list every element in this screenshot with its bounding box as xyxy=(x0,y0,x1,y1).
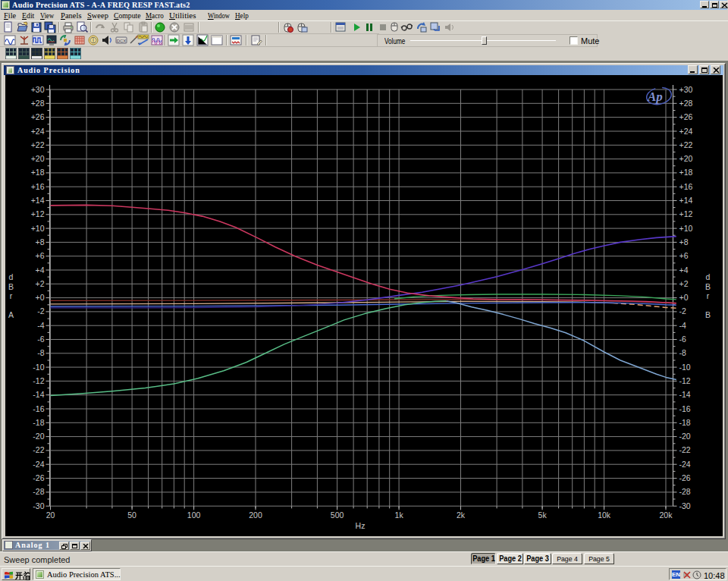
svg-text:-4: -4 xyxy=(679,321,686,330)
svg-text:-24: -24 xyxy=(33,460,44,469)
svg-text:-6: -6 xyxy=(679,334,686,344)
svg-text:-20: -20 xyxy=(679,432,691,441)
svg-text:-30: -30 xyxy=(679,501,691,510)
svg-text:-20: -20 xyxy=(33,432,44,441)
svg-text:-6: -6 xyxy=(37,334,44,344)
svg-text:-14: -14 xyxy=(679,390,691,399)
svg-text:ⓘ: ⓘ xyxy=(90,36,97,44)
svg-text:+6: +6 xyxy=(36,251,45,260)
svg-text:-22: -22 xyxy=(679,445,691,454)
svg-text:-26: -26 xyxy=(679,473,691,482)
svg-text:Hz: Hz xyxy=(356,521,366,530)
svg-text:+24: +24 xyxy=(31,127,45,136)
svg-text:100: 100 xyxy=(187,510,201,520)
svg-text:+16: +16 xyxy=(679,182,693,191)
svg-text:r: r xyxy=(707,291,710,300)
svg-text:d: d xyxy=(706,272,711,281)
svg-text:50: 50 xyxy=(127,510,136,520)
svg-text:+8: +8 xyxy=(36,237,45,247)
svg-text:+12: +12 xyxy=(679,209,693,218)
svg-text:-28: -28 xyxy=(679,487,691,496)
svg-text:-12: -12 xyxy=(33,376,44,385)
svg-text:-30: -30 xyxy=(33,501,44,510)
svg-text:-28: -28 xyxy=(33,487,44,496)
svg-text:200: 200 xyxy=(249,510,262,520)
svg-text:+28: +28 xyxy=(31,99,45,108)
svg-text:+4: +4 xyxy=(36,265,45,275)
svg-text:+20: +20 xyxy=(31,154,45,163)
svg-text:1k: 1k xyxy=(395,510,404,520)
svg-text:B: B xyxy=(8,282,14,291)
svg-text:-16: -16 xyxy=(679,404,691,413)
svg-text:-24: -24 xyxy=(679,460,691,469)
svg-text:+14: +14 xyxy=(679,196,693,205)
svg-text:r: r xyxy=(10,291,13,300)
svg-text:+24: +24 xyxy=(679,127,693,136)
svg-text:+30: +30 xyxy=(679,85,693,94)
svg-text:500: 500 xyxy=(331,510,344,520)
svg-text:+0: +0 xyxy=(679,293,689,302)
svg-text:+18: +18 xyxy=(679,168,693,177)
svg-text:+22: +22 xyxy=(31,140,45,149)
svg-text:-12: -12 xyxy=(679,376,691,385)
svg-text:-8: -8 xyxy=(37,348,44,357)
svg-text:-22: -22 xyxy=(33,445,44,454)
svg-text:-2: -2 xyxy=(679,306,686,316)
svg-text:-26: -26 xyxy=(33,473,44,482)
svg-text:20: 20 xyxy=(46,510,55,520)
svg-text:DCX: DCX xyxy=(117,39,127,43)
svg-text:Ap: Ap xyxy=(647,90,663,104)
svg-text:+6: +6 xyxy=(679,251,689,260)
svg-text:A: A xyxy=(8,310,14,319)
svg-text:5k: 5k xyxy=(538,510,548,520)
svg-text:+8: +8 xyxy=(679,237,689,247)
svg-text:+10: +10 xyxy=(31,224,45,233)
svg-text:+2: +2 xyxy=(679,279,689,288)
svg-text:-4: -4 xyxy=(37,321,44,330)
svg-text:d: d xyxy=(9,272,14,281)
svg-text:+2: +2 xyxy=(36,279,45,288)
svg-text:2k: 2k xyxy=(457,510,466,520)
svg-text:+0: +0 xyxy=(36,293,45,302)
svg-text:-10: -10 xyxy=(679,363,691,372)
svg-text:10k: 10k xyxy=(598,510,611,520)
svg-text:-18: -18 xyxy=(33,418,44,427)
svg-text:+20: +20 xyxy=(679,154,693,163)
svg-text:B: B xyxy=(705,310,711,319)
svg-text:+30: +30 xyxy=(31,85,45,94)
svg-text:B: B xyxy=(705,282,711,291)
svg-text:+26: +26 xyxy=(679,112,693,121)
svg-text:+10: +10 xyxy=(679,224,693,233)
svg-text:-14: -14 xyxy=(33,390,44,399)
svg-text:-16: -16 xyxy=(33,404,44,413)
svg-text:+14: +14 xyxy=(31,196,45,205)
svg-text:-8: -8 xyxy=(679,348,686,357)
svg-text:+12: +12 xyxy=(31,209,45,218)
svg-text:+28: +28 xyxy=(679,99,693,108)
svg-text:+18: +18 xyxy=(31,168,45,177)
svg-text:+22: +22 xyxy=(679,140,693,149)
svg-text:20k: 20k xyxy=(660,510,673,520)
svg-text:+16: +16 xyxy=(31,182,45,191)
svg-text:+26: +26 xyxy=(31,112,45,121)
svg-text:-10: -10 xyxy=(33,363,44,372)
svg-text:-2: -2 xyxy=(37,306,44,316)
svg-text:-18: -18 xyxy=(679,418,691,427)
svg-text:+4: +4 xyxy=(679,265,689,275)
